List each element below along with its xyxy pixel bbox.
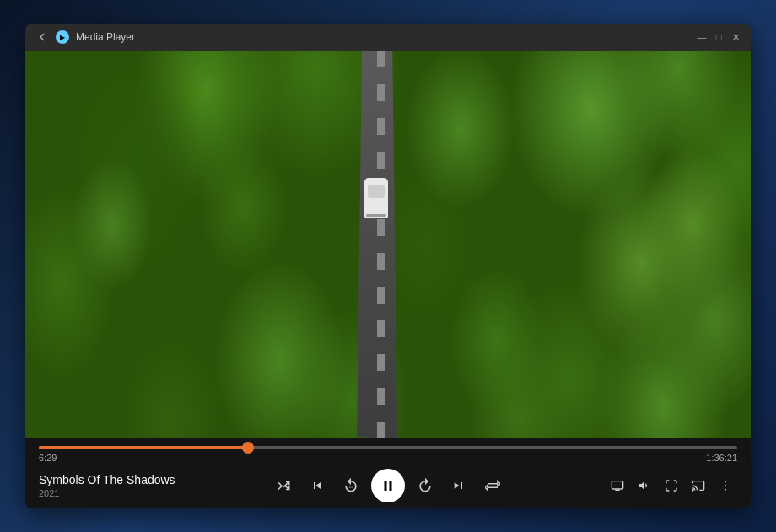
video-scene [25,51,751,438]
progress-thumb[interactable] [242,442,254,454]
svg-point-5 [725,481,726,482]
minimize-button[interactable]: — [697,32,707,42]
window-title: Media Player [76,31,690,43]
progress-area: 6:29 1:36:21 [25,438,751,468]
current-time: 6:29 [39,453,57,463]
car [364,178,388,218]
video-area[interactable] [25,51,751,438]
replay-button[interactable]: 10 [337,472,364,499]
play-pause-button[interactable] [371,469,405,502]
shuffle-button[interactable] [270,472,297,499]
controls-wrapper: Symbols Of The Shadows 2021 [25,468,751,508]
svg-point-4 [692,490,693,491]
cast-button[interactable] [687,474,710,497]
close-button[interactable]: ✕ [730,32,741,42]
playback-controls: 10 [270,469,506,502]
controls-bar: 6:29 1:36:21 Symbols Of The Shadows 2021 [25,438,751,508]
media-player-window: ▶ Media Player — □ ✕ 6: [25,24,751,508]
progress-fill [39,446,248,449]
next-button[interactable] [445,472,472,499]
screen-button[interactable] [606,474,629,497]
svg-point-7 [725,489,726,491]
repeat-button[interactable] [479,472,506,499]
svg-rect-3 [612,481,622,489]
maximize-button[interactable]: □ [714,32,724,42]
window-controls: — □ ✕ [697,32,741,42]
right-controls [606,474,737,497]
prev-button[interactable] [304,472,331,499]
road-line [377,51,385,438]
fullscreen-button[interactable] [660,474,683,497]
back-button[interactable] [35,30,49,44]
svg-rect-1 [385,481,387,491]
progress-track[interactable] [39,446,737,449]
total-time: 1:36:21 [706,453,737,463]
app-icon: ▶ [56,30,69,44]
titlebar: ▶ Media Player — □ ✕ [25,24,751,51]
time-labels: 6:29 1:36:21 [39,453,737,463]
volume-button[interactable] [633,474,656,497]
more-button[interactable] [714,474,737,497]
svg-point-6 [725,485,726,486]
svg-text:10: 10 [348,485,353,489]
svg-rect-2 [390,481,392,491]
forward-button[interactable] [412,472,439,499]
